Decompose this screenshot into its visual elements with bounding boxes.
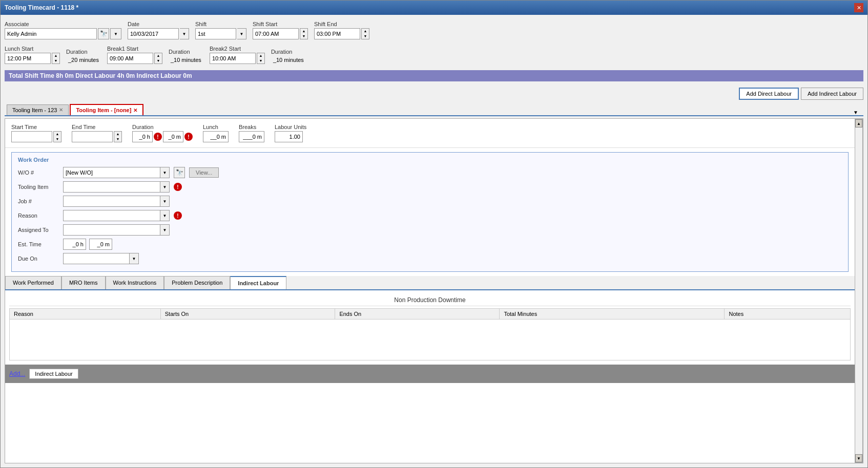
wo-search-button[interactable]: 🔭	[174, 167, 185, 178]
date-dropdown-button[interactable]: ▼	[180, 28, 189, 39]
tab-mro-items-label: MRO Items	[69, 280, 98, 286]
shift-start-down[interactable]: ▼	[300, 34, 307, 39]
tab-work-performed[interactable]: Work Performed	[5, 276, 61, 289]
break2-start-label: Break2 Start	[210, 46, 265, 52]
break2-start-spinner[interactable]: ▲ ▼	[257, 53, 265, 64]
est-time-m-input[interactable]	[89, 239, 112, 250]
status-bar: Total Shift Time 8h 0m Direct Labour 4h …	[5, 70, 863, 81]
break2-duration-field: _10 minutes	[271, 56, 306, 64]
shift-input[interactable]	[195, 28, 236, 39]
shift-end-down[interactable]: ▼	[362, 34, 369, 39]
start-time-up[interactable]: ▲	[54, 132, 61, 137]
break2-start-up[interactable]: ▲	[257, 53, 264, 58]
shift-start-up[interactable]: ▲	[300, 29, 307, 34]
scroll-down-button[interactable]: ▼	[855, 454, 862, 462]
close-button[interactable]: ✕	[854, 3, 863, 12]
tab-work-instructions-label: Work Instructions	[113, 280, 157, 286]
wo-num-input[interactable]	[63, 167, 160, 178]
lunch-start-down[interactable]: ▼	[52, 58, 59, 63]
start-time-input[interactable]	[11, 131, 52, 142]
action-row: Add Direct Labour Add Indirect Labour	[5, 86, 863, 102]
shift-end-group: Shift End ▲ ▼	[314, 21, 369, 39]
break1-start-input[interactable]	[107, 53, 153, 64]
tab-close-2[interactable]: ✕	[133, 108, 137, 113]
break2-duration-group: Duration _10 minutes	[271, 49, 306, 64]
end-time-input[interactable]	[72, 131, 113, 142]
tab-label-2: Tooling Item - [none]	[76, 107, 131, 113]
assigned-to-dropdown-button[interactable]: ▼	[160, 224, 170, 236]
tab-overflow-button[interactable]: ▼	[853, 104, 863, 116]
duration-m-input[interactable]	[163, 131, 183, 142]
right-scrollbar: ▲ ▼	[855, 119, 863, 463]
date-label: Date	[128, 21, 189, 27]
start-time-spinner[interactable]: ▲ ▼	[53, 131, 61, 142]
view-button[interactable]: View...	[189, 167, 219, 178]
add-indirect-labour-button[interactable]: Add Indirect Labour	[801, 88, 863, 100]
due-on-input[interactable]	[63, 253, 130, 264]
reason-row: Reason ▼ !	[18, 210, 842, 221]
end-time-spinner[interactable]: ▲ ▼	[114, 131, 122, 142]
shift-start-group: Shift Start ▲ ▼	[253, 21, 308, 39]
panel-with-scroll: Start Time ▲ ▼ End Time	[5, 119, 863, 463]
end-time-up[interactable]: ▲	[114, 132, 121, 137]
due-on-field: ▼	[63, 253, 139, 264]
col-reason: Reason	[10, 309, 161, 320]
job-num-input[interactable]	[63, 196, 160, 207]
break1-start-up[interactable]: ▲	[155, 53, 162, 58]
shift-dropdown-button[interactable]: ▼	[237, 28, 246, 39]
tab-mro-items[interactable]: MRO Items	[61, 276, 106, 289]
lunch-start-up[interactable]: ▲	[52, 53, 59, 58]
break1-start-spinner[interactable]: ▲ ▼	[154, 53, 162, 64]
start-time-down[interactable]: ▼	[54, 137, 61, 142]
duration-m-field	[163, 131, 183, 142]
shift-end-spinner[interactable]: ▲ ▼	[361, 28, 369, 39]
break2-duration-value: _10 minutes	[271, 56, 306, 64]
col-total-minutes: Total Minutes	[500, 309, 725, 320]
est-time-h-input[interactable]	[63, 239, 86, 250]
add-indirect-labour-bottom-button[interactable]: Indirect Labour	[29, 369, 78, 379]
tab-indirect-labour[interactable]: Indirect Labour	[230, 276, 286, 289]
assigned-to-input[interactable]	[63, 224, 160, 236]
work-order-section: Work Order W/O # ▼ 🔭 View...	[11, 152, 849, 272]
break2-start-down[interactable]: ▼	[257, 58, 264, 63]
lunch-start-input[interactable]	[5, 53, 51, 64]
tab-tooling-item-123[interactable]: Tooling Item - 123 ✕	[7, 104, 69, 115]
add-link[interactable]: Add...	[9, 370, 25, 377]
lunch-start-spinner[interactable]: ▲ ▼	[52, 53, 60, 64]
tab-work-instructions[interactable]: Work Instructions	[106, 276, 164, 289]
breaks-label: Breaks	[239, 124, 264, 130]
break1-start-down[interactable]: ▼	[155, 58, 162, 63]
job-num-dropdown-button[interactable]: ▼	[160, 196, 170, 207]
shift-end-up[interactable]: ▲	[362, 29, 369, 34]
associate-input[interactable]	[5, 28, 97, 39]
labour-units-input[interactable]	[275, 131, 303, 142]
breaks-input[interactable]	[239, 131, 264, 142]
wo-num-dropdown-button[interactable]: ▼	[160, 167, 170, 178]
shift-start-spinner[interactable]: ▲ ▼	[300, 28, 308, 39]
tooling-item-dropdown-button[interactable]: ▼	[160, 181, 170, 193]
reason-dropdown-button[interactable]: ▼	[160, 210, 170, 221]
end-time-down[interactable]: ▼	[114, 137, 121, 142]
scroll-up-button[interactable]: ▲	[855, 119, 862, 127]
due-on-dropdown-button[interactable]: ▼	[130, 253, 139, 264]
shift-end-input[interactable]	[314, 28, 360, 39]
tab-problem-description[interactable]: Problem Description	[164, 276, 230, 289]
tab-close-1[interactable]: ✕	[59, 107, 63, 113]
lunch-duration-group: Duration _20 minutes	[66, 49, 101, 64]
tab-tooling-item-none[interactable]: Tooling Item - [none] ✕	[70, 104, 143, 115]
break2-start-group: Break2 Start ▲ ▼	[210, 46, 265, 64]
reason-input[interactable]	[63, 210, 160, 221]
duration-h-input[interactable]	[132, 131, 153, 142]
tooling-item-input[interactable]	[63, 181, 160, 193]
tooling-item-label: Tooling Item	[18, 184, 59, 190]
wo-num-row: W/O # ▼ 🔭 View...	[18, 167, 842, 178]
add-direct-labour-button[interactable]: Add Direct Labour	[739, 88, 799, 100]
table-body	[10, 320, 851, 360]
shift-start-input[interactable]	[253, 28, 299, 39]
lunch-input[interactable]	[203, 131, 229, 142]
end-time-group: End Time ▲ ▼	[72, 124, 122, 142]
associate-dropdown-button[interactable]: ▼	[110, 28, 121, 39]
associate-search-button[interactable]: 🔭	[98, 28, 109, 39]
date-input[interactable]	[128, 28, 179, 39]
break2-start-input[interactable]	[210, 53, 256, 64]
